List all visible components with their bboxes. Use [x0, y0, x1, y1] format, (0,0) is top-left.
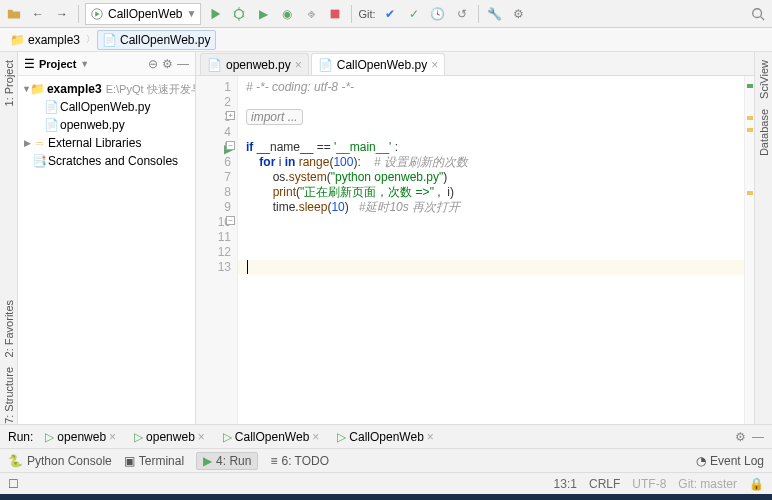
settings-icon[interactable]: ⚙: [162, 57, 173, 71]
editor-tab[interactable]: 📄 CallOpenWeb.py ×: [311, 53, 446, 75]
status-eol[interactable]: CRLF: [589, 477, 620, 491]
status-git-branch[interactable]: Git: master: [678, 477, 737, 491]
rail-database[interactable]: Database: [758, 109, 770, 156]
folder-icon: 📁: [10, 33, 25, 47]
fold-icon[interactable]: −: [226, 141, 235, 150]
python-file-icon: 📄: [44, 118, 58, 132]
git-history-icon[interactable]: 🕓: [428, 4, 448, 24]
breadcrumb-file[interactable]: 📄 CallOpenWeb.py: [97, 30, 216, 50]
close-icon[interactable]: ×: [431, 58, 438, 72]
back-icon[interactable]: ←: [28, 4, 48, 24]
project-panel-title: Project: [39, 58, 76, 70]
code-content[interactable]: # -*- coding: utf-8 -*-import ...if __na…: [238, 76, 744, 424]
attach-icon[interactable]: ⎆: [301, 4, 321, 24]
tab-label: CallOpenWeb.py: [337, 58, 428, 72]
line-gutter[interactable]: ▶ + − − 12345678910111213: [196, 76, 238, 424]
tree-scratches[interactable]: 📑 Scratches and Consoles: [18, 152, 195, 170]
run-config-combo[interactable]: CallOpenWeb ▼: [85, 3, 201, 25]
breadcrumb-bar: 📁 example3 〉 📄 CallOpenWeb.py: [0, 28, 772, 52]
tool-event-log[interactable]: ◔Event Log: [696, 454, 764, 468]
rail-sciview[interactable]: SciView: [758, 60, 770, 99]
close-icon[interactable]: ×: [312, 430, 319, 444]
git-update-icon[interactable]: ✔: [380, 4, 400, 24]
python-file-icon: 📄: [318, 58, 333, 72]
profile-icon[interactable]: ◉: [277, 4, 297, 24]
tool-todo[interactable]: ≡6: TODO: [270, 454, 329, 468]
project-panel: ☰ Project ▼ ⊖ ⚙ — ▼📁 example3 E:\PyQt 快速…: [18, 52, 196, 424]
run-window-tabs: Run: ▷openweb× ▷openweb× ▷CallOpenWeb× ▷…: [0, 424, 772, 448]
fold-icon[interactable]: −: [226, 216, 235, 225]
run-icon: ▷: [223, 430, 232, 444]
ide-more-icon[interactable]: ⚙: [509, 4, 529, 24]
hide-panel-icon[interactable]: —: [177, 57, 189, 71]
tool-python-console[interactable]: 🐍Python Console: [8, 454, 112, 468]
breadcrumb-folder-label: example3: [28, 33, 80, 47]
left-tool-rail: 1: Project 2: Favorites 7: Structure: [0, 52, 18, 424]
debug-icon[interactable]: [229, 4, 249, 24]
git-commit-icon[interactable]: ✓: [404, 4, 424, 24]
run-tab[interactable]: ▷CallOpenWeb×: [331, 428, 440, 446]
chevron-right-icon: 〉: [86, 33, 95, 46]
tab-label: openweb.py: [226, 58, 291, 72]
close-icon[interactable]: ×: [198, 430, 205, 444]
project-panel-header: ☰ Project ▼ ⊖ ⚙ —: [18, 52, 195, 76]
editor-tab[interactable]: 📄 openweb.py ×: [200, 53, 309, 75]
main-toolbar: ← → CallOpenWeb ▼ ▶ ◉ ⎆ Git: ✔ ✓ 🕓 ↺ 🔧 ⚙: [0, 0, 772, 28]
project-view-icon: ☰: [24, 57, 35, 71]
editor-area: 📄 openweb.py × 📄 CallOpenWeb.py × ▶ + − …: [196, 52, 754, 424]
run-label: Run:: [8, 430, 33, 444]
ide-settings-icon[interactable]: 🔧: [485, 4, 505, 24]
folder-icon: 📁: [31, 82, 45, 96]
status-caret-pos[interactable]: 13:1: [554, 477, 577, 491]
rail-structure[interactable]: 7: Structure: [3, 367, 15, 424]
chevron-down-icon[interactable]: ▼: [80, 59, 89, 69]
lock-icon[interactable]: 🔒: [749, 477, 764, 491]
event-log-icon: ◔: [696, 454, 706, 468]
breadcrumb-file-label: CallOpenWeb.py: [120, 33, 211, 47]
tool-run[interactable]: ▶4: Run: [196, 452, 258, 470]
tree-root[interactable]: ▼📁 example3 E:\PyQt 快速开发与实战\P: [18, 80, 195, 98]
run-icon: ▶: [203, 454, 212, 468]
bottom-tool-windows: 🐍Python Console ▣Terminal ▶4: Run ≡6: TO…: [0, 448, 772, 472]
close-icon[interactable]: ×: [295, 58, 302, 72]
todo-icon: ≡: [270, 454, 277, 468]
settings-icon[interactable]: ⚙: [735, 430, 746, 444]
chevron-down-icon: ▼: [186, 8, 196, 19]
svg-point-3: [753, 8, 762, 17]
code-editor[interactable]: ▶ + − − 12345678910111213 # -*- coding: …: [196, 76, 754, 424]
run-tab[interactable]: ▷CallOpenWeb×: [217, 428, 326, 446]
hide-icon[interactable]: —: [752, 430, 764, 444]
python-file-icon: 📄: [44, 100, 58, 114]
tree-file[interactable]: 📄 openweb.py: [18, 116, 195, 134]
tool-terminal[interactable]: ▣Terminal: [124, 454, 184, 468]
project-tree[interactable]: ▼📁 example3 E:\PyQt 快速开发与实战\P 📄 CallOpen…: [18, 76, 195, 424]
open-icon[interactable]: [4, 4, 24, 24]
close-icon[interactable]: ×: [109, 430, 116, 444]
forward-icon[interactable]: →: [52, 4, 72, 24]
rail-favorites[interactable]: 2: Favorites: [3, 300, 15, 357]
coverage-icon[interactable]: ▶: [253, 4, 273, 24]
right-tool-rail: SciView Database: [754, 52, 772, 424]
run-tab[interactable]: ▷openweb×: [128, 428, 211, 446]
marker-strip[interactable]: [744, 76, 754, 424]
tree-external-libraries[interactable]: ▶⎓ External Libraries: [18, 134, 195, 152]
status-messages-icon[interactable]: ☐: [8, 477, 19, 491]
fold-icon[interactable]: +: [226, 111, 235, 120]
editor-tabs: 📄 openweb.py × 📄 CallOpenWeb.py ×: [196, 52, 754, 76]
close-icon[interactable]: ×: [427, 430, 434, 444]
search-everywhere-icon[interactable]: [748, 4, 768, 24]
status-encoding[interactable]: UTF-8: [632, 477, 666, 491]
svg-rect-2: [331, 9, 340, 18]
collapse-all-icon[interactable]: ⊖: [148, 57, 158, 71]
tree-file[interactable]: 📄 CallOpenWeb.py: [18, 98, 195, 116]
status-bar: ☐ 13:1 CRLF UTF-8 Git: master 🔒: [0, 472, 772, 494]
run-tab[interactable]: ▷openweb×: [39, 428, 122, 446]
python-file-icon: 📄: [207, 58, 222, 72]
run-icon[interactable]: [205, 4, 225, 24]
git-label: Git:: [358, 8, 375, 20]
breadcrumb-folder[interactable]: 📁 example3: [6, 31, 84, 49]
git-revert-icon[interactable]: ↺: [452, 4, 472, 24]
stop-icon[interactable]: [325, 4, 345, 24]
run-icon: ▷: [337, 430, 346, 444]
rail-project[interactable]: 1: Project: [3, 60, 15, 106]
